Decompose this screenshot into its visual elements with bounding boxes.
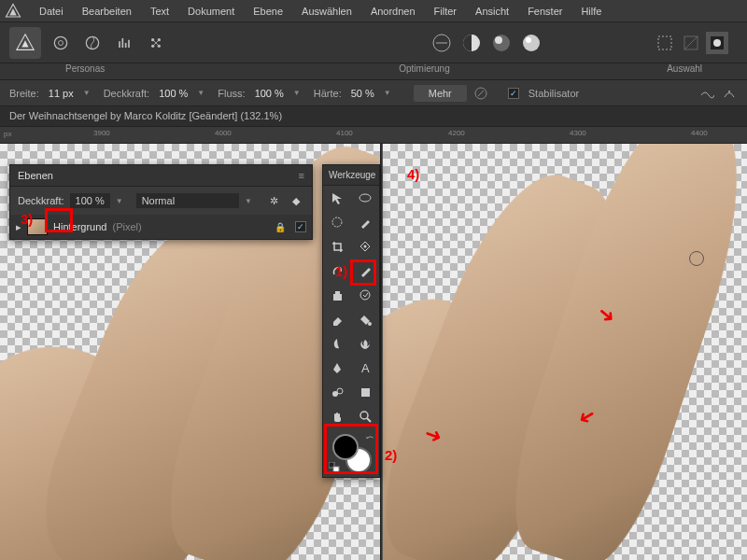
- svg-rect-30: [361, 388, 370, 397]
- hardness-label: Härte:: [314, 88, 342, 99]
- svg-line-32: [367, 418, 371, 422]
- layers-panel[interactable]: Ebenen ≡ Deckkraft: 100 % ▼ Normal ▼ ✲ ◆…: [9, 164, 313, 240]
- persona-tone-icon[interactable]: [112, 31, 136, 55]
- layer-fx-icon[interactable]: ◆: [288, 192, 304, 209]
- eraser-tool-icon[interactable]: [323, 307, 351, 331]
- svg-rect-13: [658, 36, 671, 49]
- zoom-tool-icon[interactable]: [351, 404, 379, 428]
- hardness-value[interactable]: 50 %: [347, 88, 378, 99]
- svg-point-17: [713, 39, 721, 47]
- sel-mask-icon[interactable]: [706, 32, 728, 54]
- layer-row[interactable]: ▸ Hintergrund (Pixel) 🔒 ✓: [10, 215, 312, 239]
- opacity-dropdown[interactable]: ▼: [197, 89, 204, 97]
- horizontal-ruler: px 3900 4000 4100 4200 4300 4400: [0, 127, 747, 144]
- layer-opacity-value[interactable]: 100 %: [70, 193, 110, 208]
- more-button[interactable]: Mehr: [414, 85, 467, 102]
- sel-freehand-icon[interactable]: [680, 32, 702, 54]
- burn-tool-icon[interactable]: [351, 331, 379, 356]
- tools-panel-title: Werkzeuge: [323, 165, 379, 186]
- shape-tool-icon[interactable]: [351, 380, 379, 404]
- default-colors-icon[interactable]: [329, 462, 340, 473]
- layer-lock-icon[interactable]: 🔒: [275, 222, 286, 232]
- svg-point-9: [493, 35, 510, 51]
- layer-thumbnail[interactable]: [27, 218, 48, 235]
- width-label: Breite:: [9, 88, 39, 99]
- width-value[interactable]: 11 px: [45, 88, 78, 99]
- flow-value[interactable]: 100 %: [251, 88, 288, 99]
- selection-tool-icon[interactable]: [323, 210, 351, 234]
- flood-select-tool-icon[interactable]: [351, 234, 379, 259]
- hand-tool-icon[interactable]: [323, 404, 351, 428]
- width-dropdown[interactable]: ▼: [83, 89, 91, 97]
- menu-datei[interactable]: Datei: [30, 6, 73, 17]
- opt-highlight-icon[interactable]: [519, 31, 543, 55]
- dodge-tool-icon[interactable]: [323, 331, 351, 356]
- stabilizer-label: Stabilisator: [529, 88, 579, 99]
- svg-point-11: [523, 35, 540, 51]
- inpaint-tool-icon[interactable]: [351, 283, 379, 307]
- sel-marquee-icon[interactable]: [654, 32, 676, 54]
- flow-label: Fluss:: [218, 88, 245, 99]
- svg-point-12: [526, 37, 531, 43]
- layer-type: (Pixel): [112, 221, 141, 232]
- opt-split-icon[interactable]: [459, 31, 484, 55]
- svg-point-1: [59, 40, 63, 45]
- rope-icon[interactable]: [698, 85, 715, 102]
- menu-text[interactable]: Text: [141, 6, 178, 17]
- blend-mode-select[interactable]: Normal: [136, 193, 239, 208]
- color-swatch[interactable]: ⤺: [323, 428, 379, 477]
- persona-photo[interactable]: [9, 27, 41, 59]
- hardness-dropdown[interactable]: ▼: [384, 89, 391, 97]
- menu-anordnen[interactable]: Anordnen: [361, 6, 425, 17]
- fill-tool-icon[interactable]: [351, 307, 379, 331]
- layer-visible-checkbox[interactable]: ✓: [295, 221, 306, 232]
- stabilizer-checkbox[interactable]: ✓: [508, 88, 519, 99]
- menu-fenster[interactable]: Fenster: [518, 6, 571, 17]
- window-icon[interactable]: [721, 85, 738, 102]
- opacity-value[interactable]: 100 %: [155, 88, 191, 99]
- menu-dokument[interactable]: Dokument: [178, 6, 244, 17]
- crop-tool-icon[interactable]: [323, 234, 351, 259]
- erase-brush-tool-icon[interactable]: [351, 259, 379, 283]
- menu-ebene[interactable]: Ebene: [244, 6, 292, 17]
- opt-levels-icon[interactable]: [430, 31, 454, 55]
- swap-colors-icon[interactable]: ⤺: [366, 432, 374, 442]
- svg-point-25: [360, 290, 370, 300]
- svg-point-22: [363, 245, 366, 247]
- flow-dropdown[interactable]: ▼: [293, 89, 301, 97]
- menu-filter[interactable]: Filter: [425, 6, 466, 17]
- layer-opacity-dropdown[interactable]: ▼: [116, 197, 123, 205]
- clone-tool-icon[interactable]: [323, 283, 351, 307]
- layers-panel-title: Ebenen: [18, 170, 53, 181]
- menu-hilfe[interactable]: Hilfe: [571, 6, 611, 17]
- persona-export-icon[interactable]: [144, 31, 168, 55]
- tools-panel[interactable]: Werkzeuge A ⤺: [322, 164, 380, 478]
- app-logo: [4, 2, 22, 21]
- layer-opacity-label: Deckkraft:: [18, 195, 64, 206]
- canvas-right-view[interactable]: [383, 144, 747, 560]
- layer-name: Hintergrund: [53, 221, 106, 232]
- layer-settings-icon[interactable]: ✲: [265, 192, 282, 209]
- svg-point-0: [54, 36, 66, 49]
- paint-brush-tool-icon[interactable]: [351, 210, 379, 234]
- pressure-icon[interactable]: [472, 85, 489, 102]
- view-tool-icon[interactable]: [351, 186, 379, 210]
- menu-ansicht[interactable]: Ansicht: [466, 6, 518, 17]
- text-tool-icon[interactable]: A: [351, 356, 379, 380]
- healing-tool-icon[interactable]: [323, 259, 351, 283]
- layer-expand-icon[interactable]: ▸: [16, 221, 21, 233]
- svg-point-21: [332, 217, 342, 227]
- blend-mode-dropdown[interactable]: ▼: [245, 197, 252, 205]
- foreground-color[interactable]: [332, 434, 359, 460]
- document-title: Der Weihnachtsengel by Marco Kolditz [Ge…: [0, 106, 747, 127]
- optimierung-label: Optimierung: [399, 63, 449, 79]
- move-tool-icon[interactable]: [323, 186, 351, 210]
- persona-liquify-icon[interactable]: [49, 31, 73, 55]
- persona-develop-icon[interactable]: [80, 31, 105, 55]
- menu-bearbeiten[interactable]: Bearbeiten: [73, 6, 141, 17]
- layers-panel-menu-icon[interactable]: ≡: [299, 170, 304, 181]
- gradient-tool-icon[interactable]: [323, 380, 351, 404]
- menu-auswaehlen[interactable]: Auswählen: [292, 6, 361, 17]
- pen-tool-icon[interactable]: [323, 356, 351, 380]
- opt-shadow-icon[interactable]: [489, 31, 514, 55]
